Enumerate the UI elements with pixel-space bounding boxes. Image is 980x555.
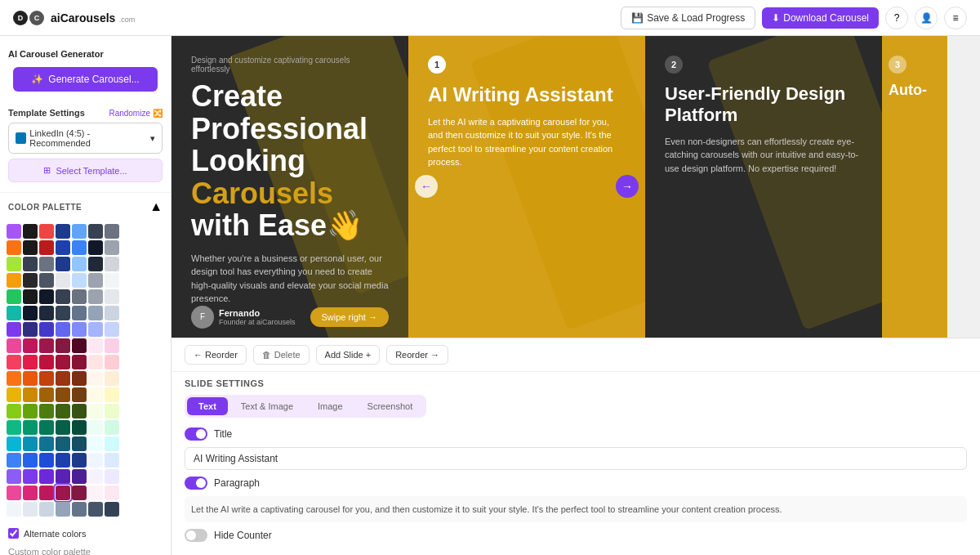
color-swatch[interactable] xyxy=(72,420,87,435)
color-swatch[interactable] xyxy=(72,322,87,337)
color-swatch[interactable] xyxy=(23,355,38,369)
color-swatch[interactable] xyxy=(56,273,70,288)
color-swatch[interactable] xyxy=(7,257,21,271)
color-swatch[interactable] xyxy=(23,338,38,353)
color-swatch[interactable] xyxy=(23,306,38,320)
color-swatch[interactable] xyxy=(88,338,103,353)
color-swatch[interactable] xyxy=(23,371,38,386)
hide-counter-toggle[interactable] xyxy=(185,529,207,542)
color-swatch[interactable] xyxy=(39,387,54,402)
add-slide-button[interactable]: Add Slide + xyxy=(316,345,381,365)
tab-text-image[interactable]: Text & Image xyxy=(229,397,305,415)
color-swatch[interactable] xyxy=(105,240,119,255)
color-swatch[interactable] xyxy=(56,469,70,484)
color-swatch[interactable] xyxy=(105,436,119,451)
color-swatch[interactable] xyxy=(72,404,87,418)
color-swatch[interactable] xyxy=(39,469,54,484)
title-toggle[interactable] xyxy=(185,427,207,441)
color-swatch[interactable] xyxy=(39,355,54,369)
title-input[interactable] xyxy=(185,447,967,470)
color-swatch[interactable] xyxy=(105,289,119,304)
color-swatch[interactable] xyxy=(105,306,119,320)
color-swatch[interactable] xyxy=(88,404,103,418)
color-swatch[interactable] xyxy=(105,453,119,468)
color-swatch[interactable] xyxy=(7,486,21,500)
custom-palette-anchor[interactable]: Custom color palette xyxy=(8,547,91,555)
color-swatch[interactable] xyxy=(39,289,54,304)
save-button[interactable]: 💾 Save & Load Progress xyxy=(621,7,755,29)
color-swatch[interactable] xyxy=(56,371,70,386)
color-swatch[interactable] xyxy=(105,420,119,435)
user-icon[interactable]: 👤 xyxy=(915,7,938,29)
color-swatch[interactable] xyxy=(88,453,103,468)
color-swatch[interactable] xyxy=(72,273,87,288)
color-swatch[interactable] xyxy=(7,469,21,484)
color-swatch[interactable] xyxy=(72,436,87,451)
color-swatch[interactable] xyxy=(56,486,70,500)
select-template-button[interactable]: ⊞ Select Template... xyxy=(8,159,163,182)
palette-header[interactable]: COLOR PALETTE ▲ xyxy=(0,193,171,221)
color-swatch[interactable] xyxy=(23,322,38,337)
color-swatch[interactable] xyxy=(39,224,54,239)
color-swatch[interactable] xyxy=(88,486,103,500)
color-swatch[interactable] xyxy=(7,322,21,337)
color-swatch[interactable] xyxy=(7,289,21,304)
color-swatch[interactable] xyxy=(23,257,38,271)
color-swatch[interactable] xyxy=(105,371,119,386)
color-swatch[interactable] xyxy=(39,453,54,468)
reorder-right-button[interactable]: Reorder → xyxy=(386,345,448,365)
color-swatch[interactable] xyxy=(39,273,54,288)
color-swatch[interactable] xyxy=(7,502,21,517)
color-swatch[interactable] xyxy=(7,338,21,353)
color-swatch[interactable] xyxy=(72,371,87,386)
color-swatch[interactable] xyxy=(88,224,103,239)
color-swatch[interactable] xyxy=(105,273,119,288)
color-swatch[interactable] xyxy=(56,322,70,337)
color-swatch[interactable] xyxy=(88,420,103,435)
color-swatch[interactable] xyxy=(56,240,70,255)
color-swatch[interactable] xyxy=(105,338,119,353)
color-swatch[interactable] xyxy=(39,338,54,353)
color-swatch[interactable] xyxy=(88,240,103,255)
color-swatch[interactable] xyxy=(105,502,119,517)
color-swatch[interactable] xyxy=(105,355,119,369)
color-swatch[interactable] xyxy=(88,387,103,402)
color-swatch[interactable] xyxy=(105,224,119,239)
color-swatch[interactable] xyxy=(7,404,21,418)
color-swatch[interactable] xyxy=(39,322,54,337)
color-swatch[interactable] xyxy=(23,224,38,239)
color-swatch[interactable] xyxy=(39,502,54,517)
help-icon[interactable]: ? xyxy=(885,7,908,29)
color-swatch[interactable] xyxy=(23,273,38,288)
color-swatch[interactable] xyxy=(72,257,87,271)
color-swatch[interactable] xyxy=(88,371,103,386)
color-swatch[interactable] xyxy=(88,289,103,304)
color-swatch[interactable] xyxy=(7,453,21,468)
paragraph-toggle[interactable] xyxy=(185,477,207,490)
randomize-button[interactable]: Randomize 🔀 xyxy=(109,109,163,118)
color-swatch[interactable] xyxy=(56,404,70,418)
color-swatch[interactable] xyxy=(88,502,103,517)
color-swatch[interactable] xyxy=(7,240,21,255)
tab-image[interactable]: Image xyxy=(306,397,354,415)
color-swatch[interactable] xyxy=(39,371,54,386)
color-swatch[interactable] xyxy=(56,420,70,435)
color-swatch[interactable] xyxy=(72,289,87,304)
color-swatch[interactable] xyxy=(23,486,38,500)
color-swatch[interactable] xyxy=(72,355,87,369)
color-swatch[interactable] xyxy=(72,224,87,239)
color-swatch[interactable] xyxy=(72,486,87,500)
color-swatch[interactable] xyxy=(88,306,103,320)
color-swatch[interactable] xyxy=(23,453,38,468)
color-swatch[interactable] xyxy=(56,224,70,239)
color-swatch[interactable] xyxy=(7,420,21,435)
swipe-button[interactable]: Swipe right → xyxy=(310,307,389,327)
color-swatch[interactable] xyxy=(23,404,38,418)
slide-nav-left[interactable]: ← xyxy=(415,175,438,198)
color-swatch[interactable] xyxy=(72,469,87,484)
color-swatch[interactable] xyxy=(56,436,70,451)
color-swatch[interactable] xyxy=(56,257,70,271)
color-swatch[interactable] xyxy=(23,469,38,484)
color-swatch[interactable] xyxy=(72,240,87,255)
tab-text[interactable]: Text xyxy=(187,397,228,415)
